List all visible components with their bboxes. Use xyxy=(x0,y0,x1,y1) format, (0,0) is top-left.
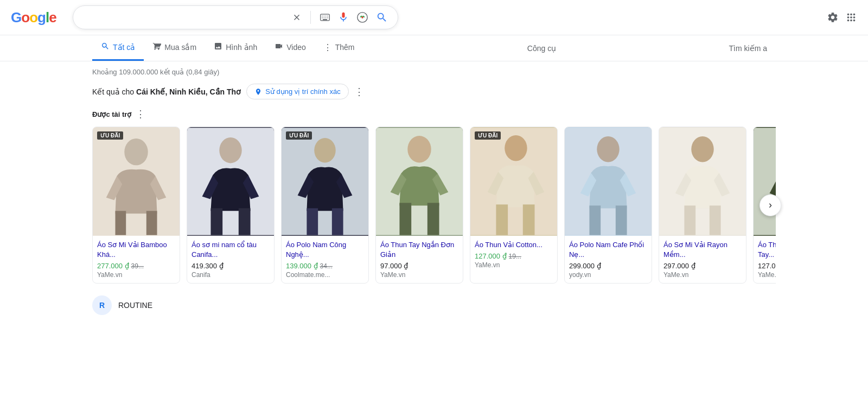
svg-rect-42 xyxy=(754,128,776,235)
product-title: Áo Thun Vải Cotton... xyxy=(475,240,553,250)
tab-all[interactable]: Tất cả xyxy=(92,35,144,61)
tab-images[interactable]: Hình ảnh xyxy=(205,35,266,61)
price-normal: 297.000 ₫ xyxy=(663,262,695,270)
sponsored-more-button[interactable]: ⋮ xyxy=(136,108,145,120)
use-location-label: Sử dụng vị trí chính xác xyxy=(265,87,341,96)
price-normal: 127.000 ₫ xyxy=(758,262,776,270)
google-logo[interactable]: Google xyxy=(11,9,56,26)
product-badge: ƯU ĐÃI xyxy=(475,131,501,140)
search-input[interactable]: quần áo nam xyxy=(82,12,286,22)
keyboard-button[interactable] xyxy=(318,11,331,24)
svg-point-15 xyxy=(124,139,148,165)
product-price: 139.000 ₫ 34... xyxy=(286,262,364,270)
images-tab-icon xyxy=(214,42,222,53)
image-search-button[interactable] xyxy=(355,10,369,24)
safe-search-text: Tìm kiếm a xyxy=(720,37,776,59)
tab-shopping-label: Mua sắm xyxy=(164,43,196,52)
product-image: ƯU ĐÃI xyxy=(282,127,368,236)
tools-button[interactable]: Công cụ xyxy=(519,37,565,59)
content: Khoảng 109.000.000 kết quả (0,84 giây) K… xyxy=(0,61,868,329)
price-normal: 97.000 ₫ xyxy=(380,262,408,270)
svg-rect-17 xyxy=(146,211,157,235)
search-tab-icon xyxy=(101,42,110,53)
price-original: 34... xyxy=(320,262,333,270)
product-badge: ƯU ĐÃI xyxy=(97,131,123,140)
search-box: quần áo nam xyxy=(73,5,398,29)
product-info: Áo sơ mi nam cổ tàu Canifa... 419.300 ₫ … xyxy=(187,236,274,283)
product-image xyxy=(376,127,463,236)
price-original: 19... xyxy=(509,253,521,260)
svg-rect-37 xyxy=(616,205,627,235)
product-info: Áo Polo Nam Công Nghệ... 139.000 ₫ 34...… xyxy=(282,236,368,283)
product-info: Áo Thun Tay Ngắn Đơn Giản 97.000 ₫ YaMe.… xyxy=(376,236,463,283)
settings-button[interactable] xyxy=(827,11,839,23)
product-title: Áo Thun Vải Cotton Tay... xyxy=(758,240,776,260)
product-badge: ƯU ĐÃI xyxy=(286,131,312,140)
apps-button[interactable] xyxy=(845,11,857,23)
product-store: Canifa xyxy=(192,271,270,279)
video-tab-icon xyxy=(275,42,283,53)
svg-point-27 xyxy=(407,136,431,162)
svg-point-19 xyxy=(219,137,241,163)
product-store: YaMe.vn xyxy=(758,271,776,279)
product-card[interactable]: Áo Thun Tay Ngắn Đơn Giản 97.000 ₫ YaMe.… xyxy=(375,127,463,284)
product-store: YaMe.vn xyxy=(97,271,175,279)
svg-rect-24 xyxy=(307,208,318,235)
tab-shopping[interactable]: Mua sắm xyxy=(144,35,205,61)
product-image xyxy=(187,127,274,236)
product-card[interactable]: Áo sơ mi nam cổ tàu Canifa... 419.300 ₫ … xyxy=(187,127,275,284)
product-price: 97.000 ₫ xyxy=(380,262,458,270)
product-card[interactable]: Áo Sơ Mi Vải Rayon Mềm... 297.000 ₫ YaMe… xyxy=(659,127,746,284)
voice-search-button[interactable] xyxy=(337,11,350,24)
product-info: Áo Sơ Mi Vải Bamboo Khá... 277.000 ₫ 39.… xyxy=(93,236,180,283)
product-info: Áo Thun Vải Cotton Tay... 127.000 ₫ YaMe… xyxy=(754,236,776,283)
product-price: 127.000 ₫ 19... xyxy=(475,252,553,260)
product-title: Áo Thun Tay Ngắn Đơn Giản xyxy=(380,240,458,260)
product-info: Áo Sơ Mi Vải Rayon Mềm... 297.000 ₫ YaMe… xyxy=(659,236,746,283)
price-sale: 277.000 ₫ xyxy=(97,262,129,270)
product-price: 127.000 ₫ xyxy=(758,262,776,270)
product-title: Áo Sơ Mi Vải Bamboo Khá... xyxy=(97,240,175,260)
product-store: YaMe.vn xyxy=(475,261,553,269)
svg-rect-25 xyxy=(332,208,343,235)
price-normal: 419.300 ₫ xyxy=(192,262,224,270)
sponsored-label: Được tài trợ xyxy=(92,110,131,118)
product-store: YaMe.vn xyxy=(663,271,742,279)
svg-point-31 xyxy=(505,135,527,161)
search-submit-button[interactable] xyxy=(375,10,389,24)
product-image: ƯU ĐÃI xyxy=(470,127,557,236)
product-info: Áo Thun Vải Cotton... 127.000 ₫ 19... Ya… xyxy=(470,236,557,273)
svg-rect-40 xyxy=(684,205,695,235)
product-store: Coolmate.me... xyxy=(286,271,364,279)
product-card[interactable]: ƯU ĐÃI Áo Thun Vải Cotton... 127.000 ₫ 1… xyxy=(470,127,558,284)
tab-video[interactable]: Video xyxy=(266,35,315,61)
tab-video-label: Video xyxy=(286,43,306,52)
tab-more-label: Thêm xyxy=(335,43,355,52)
tab-more[interactable]: ⋮ Thêm xyxy=(315,36,363,61)
clear-button[interactable] xyxy=(291,11,303,23)
product-title: Áo Polo Nam Công Nghệ... xyxy=(286,240,364,260)
product-card[interactable]: ƯU ĐÃI Áo Sơ Mi Vải Bamboo Khá... 277.00… xyxy=(92,127,180,284)
use-location-button[interactable]: Sử dụng vị trí chính xác xyxy=(246,84,349,99)
product-title: Áo Polo Nam Cafe Phối Nẹ... xyxy=(569,240,647,260)
price-normal: 299.000 ₫ xyxy=(569,262,601,270)
routine-label: ROUTINE xyxy=(118,301,152,310)
products-row: ƯU ĐÃI Áo Sơ Mi Vải Bamboo Khá... 277.00… xyxy=(92,127,776,284)
svg-rect-33 xyxy=(523,204,535,235)
svg-rect-21 xyxy=(239,208,251,235)
svg-point-35 xyxy=(597,136,619,162)
product-card[interactable]: ƯU ĐÃI Áo Polo Nam Công Nghệ... 139.000 … xyxy=(281,127,369,284)
product-store: YaMe.vn xyxy=(380,271,458,279)
nav-tabs: Tất cả Mua sắm Hình ảnh Video ⋮ Thêm Côn… xyxy=(0,35,868,61)
tab-all-label: Tất cả xyxy=(113,43,135,52)
product-card[interactable]: Áo Polo Nam Cafe Phối Nẹ... 299.000 ₫ yo… xyxy=(564,127,652,284)
tab-images-label: Hình ảnh xyxy=(226,43,257,52)
next-products-button[interactable]: › xyxy=(760,194,781,216)
header-right xyxy=(827,11,857,23)
svg-rect-41 xyxy=(710,205,721,235)
product-price: 297.000 ₫ xyxy=(663,262,742,270)
routine-row[interactable]: R ROUTINE xyxy=(92,288,776,323)
svg-rect-29 xyxy=(427,203,439,235)
location-more-button[interactable]: ⋮ xyxy=(354,86,364,98)
product-image xyxy=(754,127,776,236)
